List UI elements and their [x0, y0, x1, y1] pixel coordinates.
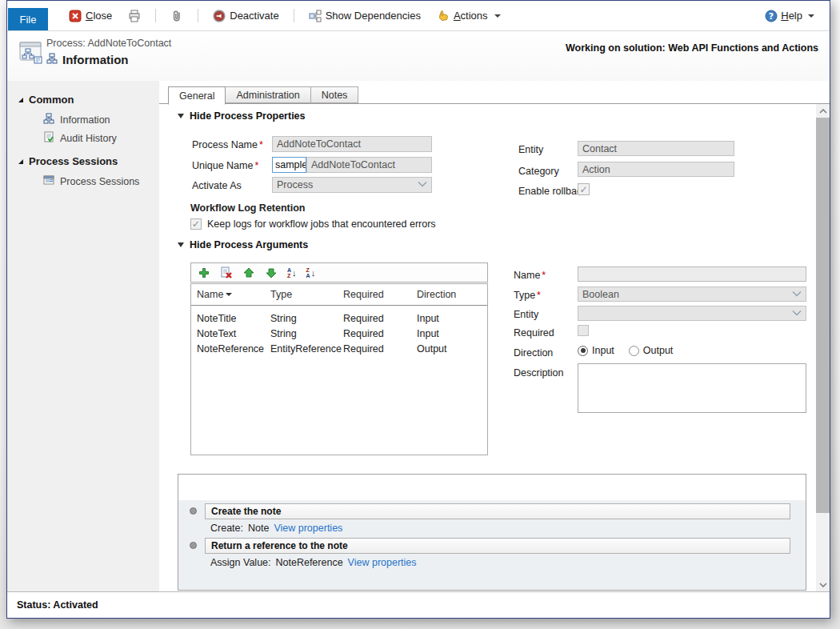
process-sessions-icon	[43, 174, 54, 188]
file-button[interactable]: File	[8, 8, 48, 30]
actions-hand-icon	[437, 10, 450, 22]
sidebar-item-audit-history[interactable]: Audit History	[7, 129, 159, 147]
argument-direction-label: Direction	[514, 347, 553, 359]
move-down-icon[interactable]	[265, 266, 278, 279]
section-hide-process-arguments[interactable]: Hide Process Arguments	[178, 239, 308, 250]
tree-expand-icon	[18, 159, 23, 164]
unique-name-field: AddNoteToContact	[306, 157, 432, 173]
deactivate-button[interactable]: Deactivate	[209, 7, 282, 25]
keep-logs-label: Keep logs for workflow jobs that encount…	[207, 218, 436, 230]
close-icon	[69, 10, 82, 22]
chevron-down-icon	[792, 307, 802, 319]
toolbar-separator	[155, 9, 156, 22]
svg-text:?: ?	[769, 11, 774, 22]
category-label: Category	[518, 166, 559, 177]
help-icon: ?	[765, 10, 778, 22]
left-navigation: Common Information Audit History Process…	[7, 81, 159, 591]
tab-strip: General Administration Notes	[168, 86, 358, 103]
column-header-type[interactable]: Type	[270, 289, 343, 300]
process-dialog-window: File Close	[6, 0, 830, 619]
argument-type-select: Boolean	[578, 286, 806, 302]
chevron-down-icon	[418, 179, 427, 191]
close-button[interactable]: Close	[65, 7, 116, 25]
information-flowchart-icon	[46, 53, 58, 66]
actions-caret-icon	[494, 14, 501, 18]
scrollbar-thumb[interactable]	[816, 118, 830, 513]
sidebar-item-process-sessions[interactable]: Process Sessions	[7, 172, 159, 190]
tab-administration[interactable]: Administration	[226, 86, 310, 103]
activate-as-select: Process	[272, 177, 432, 193]
view-properties-link[interactable]: View properties	[348, 557, 417, 568]
argument-type-label: Type*	[514, 290, 541, 301]
page-title: Information	[62, 53, 129, 66]
audit-history-icon	[43, 131, 54, 145]
view-properties-link[interactable]: View properties	[274, 523, 342, 534]
step-detail: Assign Value: NoteReference View propert…	[210, 557, 417, 568]
show-dependencies-button[interactable]: Show Dependencies	[305, 7, 425, 25]
paperclip-icon	[170, 10, 183, 22]
tab-notes[interactable]: Notes	[311, 86, 359, 103]
step-title-create-note[interactable]: Create the note	[205, 503, 790, 519]
form-panel: Hide Process Properties Process Name* Ad…	[159, 103, 830, 591]
unique-name-prefix-input[interactable]: sample_	[272, 157, 306, 173]
radio-selected-icon	[578, 346, 588, 356]
step-bullet-icon	[190, 507, 197, 515]
arguments-toolbar: AZ↓ ZA↓	[190, 262, 488, 282]
nav-group-process-sessions[interactable]: Process Sessions	[7, 155, 159, 167]
argument-entity-select	[578, 306, 806, 321]
attach-button[interactable]	[166, 7, 187, 25]
direction-input-radio: Input	[578, 345, 614, 356]
arguments-grid: Name Type Required Direction NoteTitle S…	[190, 283, 488, 455]
deactivate-icon	[213, 10, 226, 22]
argument-row[interactable]: NoteText String Required Input	[191, 326, 487, 341]
tab-general[interactable]: General	[168, 86, 226, 105]
step-bullet-icon	[190, 542, 197, 549]
section-hide-process-properties[interactable]: Hide Process Properties	[178, 110, 306, 122]
nav-group-common[interactable]: Common	[7, 94, 159, 106]
column-header-name[interactable]: Name	[197, 289, 270, 300]
enable-rollback-label: Enable rollback	[518, 186, 586, 197]
argument-row[interactable]: NoteTitle String Required Input	[191, 310, 487, 326]
scroll-down-button[interactable]	[816, 578, 830, 591]
column-header-direction[interactable]: Direction	[417, 289, 456, 300]
scroll-up-button[interactable]	[816, 104, 830, 118]
activate-as-label: Activate As	[192, 180, 242, 191]
actions-menu-button[interactable]: Actions	[433, 7, 505, 25]
sort-ascending-icon[interactable]: AZ↓	[287, 267, 297, 278]
category-field: Action	[578, 162, 734, 177]
argument-required-checkbox	[578, 325, 589, 336]
page-header: Process: AddNoteToContact Information Wo…	[7, 31, 830, 81]
argument-description-label: Description	[514, 367, 564, 379]
process-name-label: Process Name*	[192, 139, 263, 150]
help-button[interactable]: ? Help	[761, 7, 818, 25]
argument-row[interactable]: NoteReference EntityReference Required O…	[191, 341, 487, 356]
process-window-icon	[18, 41, 44, 67]
vertical-scrollbar[interactable]	[816, 104, 830, 591]
collapse-triangle-icon	[178, 242, 184, 247]
workflow-designer: Create the note Create: Note View proper…	[178, 474, 806, 591]
unique-name-label: Unique Name*	[192, 160, 258, 171]
collapse-triangle-icon	[178, 114, 184, 118]
enable-rollback-checkbox: ✓	[578, 183, 590, 195]
print-button[interactable]	[124, 7, 145, 25]
sidebar-item-information[interactable]: Information	[7, 110, 159, 129]
step-detail: Create: Note View properties	[210, 523, 342, 534]
column-header-required[interactable]: Required	[343, 289, 417, 300]
argument-description-textarea	[578, 363, 806, 413]
radio-unselected-icon	[629, 346, 639, 356]
print-icon	[128, 10, 141, 22]
argument-entity-label: Entity	[514, 309, 538, 320]
solution-label: Working on solution: Web API Functions a…	[566, 42, 818, 54]
delete-argument-icon[interactable]	[220, 266, 233, 279]
information-flowchart-icon	[43, 113, 54, 126]
arguments-grid-header: Name Type Required Direction	[191, 284, 487, 306]
workflow-steps-area: Create the note Create: Note View proper…	[178, 500, 806, 590]
breadcrumb: Process: AddNoteToContact	[46, 38, 171, 49]
add-argument-icon[interactable]	[198, 266, 210, 279]
sort-descending-icon[interactable]: ZA↓	[306, 267, 316, 278]
content-area: General Administration Notes Hide Proces…	[159, 81, 830, 591]
step-title-return-reference[interactable]: Return a reference to the note	[205, 538, 790, 554]
process-name-field: AddNoteToContact	[272, 136, 432, 152]
help-caret-icon	[808, 14, 814, 18]
move-up-icon[interactable]	[242, 266, 255, 279]
